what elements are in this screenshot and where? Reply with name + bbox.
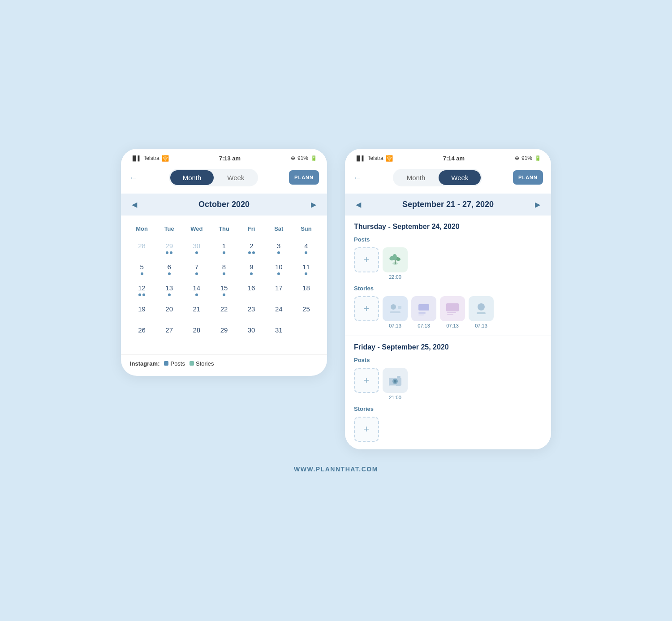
friday-stories-row: + [354, 417, 542, 442]
toggle-group-left: Month Week [169, 169, 258, 186]
week-tab-right[interactable]: Week [439, 170, 481, 185]
legend-left: Instagram: Posts Stories [121, 354, 327, 376]
day-28-oct[interactable]: 28 [183, 323, 210, 342]
day-19[interactable]: 19 [128, 302, 155, 321]
day-13[interactable]: 13 [155, 280, 183, 300]
day-29-oct[interactable]: 29 [210, 323, 237, 342]
thursday-stories-label: Stories [354, 285, 542, 292]
cal-prev-right[interactable]: ◀ [356, 200, 361, 209]
status-bar-left: ▐▌▌ Telstra 🛜 7:13 am ⊕ 91% 🔋 [121, 149, 327, 165]
friday-posts-label: Posts [354, 357, 542, 363]
plann-logo-right: PLANN [513, 170, 543, 185]
status-right-side: ⊕ 91% 🔋 [515, 155, 541, 161]
day-18[interactable]: 18 [293, 280, 320, 300]
cal-nav-right: ◀ September 21 - 27, 2020 ▶ [345, 194, 551, 216]
thursday-posts-label: Posts [354, 236, 542, 243]
carrier-right: Telstra [367, 155, 383, 161]
story-thumb-thu-2[interactable]: 07:13 [411, 296, 436, 328]
day-30-oct[interactable]: 30 [238, 323, 265, 342]
carrier-left: Telstra [143, 155, 159, 161]
back-arrow-right[interactable]: ← [353, 172, 362, 183]
cal-prev-left[interactable]: ◀ [132, 200, 137, 209]
status-right-carrier: ▐▌▌ Telstra 🛜 [355, 155, 393, 162]
phone-screen-right: ▐▌▌ Telstra 🛜 7:14 am ⊕ 91% 🔋 ← Month We… [345, 149, 551, 449]
back-arrow-left[interactable]: ← [129, 172, 138, 183]
instagram-label: Instagram: [130, 360, 159, 367]
footer-url: WWW.PLANNTHAT.COM [121, 466, 551, 473]
post-time-thu-1: 22:00 [389, 274, 401, 280]
cal-next-left[interactable]: ▶ [311, 200, 316, 209]
story-thumb-thu-1[interactable]: 07:13 [383, 296, 408, 328]
day-14[interactable]: 14 [183, 280, 210, 300]
day-5[interactable]: 5 [128, 259, 155, 279]
day-30-other[interactable]: 30 [183, 238, 210, 258]
time-right: 7:14 am [443, 155, 465, 162]
day-4[interactable]: 4 [293, 238, 320, 258]
day-15[interactable]: 15 [210, 280, 237, 300]
svg-rect-19 [477, 312, 486, 314]
post-thumb-fri-1[interactable]: 21:00 [383, 368, 408, 400]
svg-rect-16 [447, 314, 453, 315]
post-thumb-thu-1[interactable]: 22:00 [383, 247, 408, 280]
legend-posts: Posts [164, 360, 185, 367]
story-time-thu-2: 07:13 [418, 323, 430, 328]
story-time-thu-1: 07:13 [389, 323, 401, 328]
story-thumb-thu-3[interactable]: 07:13 [440, 296, 465, 328]
day-7[interactable]: 7 [183, 259, 210, 279]
add-story-fri[interactable]: + [354, 417, 379, 442]
battery-pct-left: 91% [297, 155, 308, 161]
status-bar-right: ▐▌▌ Telstra 🛜 7:14 am ⊕ 91% 🔋 [345, 149, 551, 165]
add-post-thu[interactable]: + [354, 247, 379, 272]
signal-icon: ▐▌▌ [131, 155, 141, 161]
month-tab-right[interactable]: Month [394, 170, 438, 185]
day-6[interactable]: 6 [155, 259, 183, 279]
add-post-fri[interactable]: + [354, 368, 379, 393]
day-24[interactable]: 24 [265, 302, 293, 321]
svg-rect-7 [390, 311, 401, 313]
col-wed: Wed [183, 223, 210, 235]
friday-stories-label: Stories [354, 405, 542, 412]
status-left: ▐▌▌ Telstra 🛜 [131, 155, 169, 162]
svg-rect-25 [390, 385, 396, 386]
day-2[interactable]: 2 [238, 238, 265, 258]
day-9[interactable]: 9 [238, 259, 265, 279]
day-12[interactable]: 12 [128, 280, 155, 300]
day-29-other[interactable]: 29 [155, 238, 183, 258]
day-21[interactable]: 21 [183, 302, 210, 321]
week-row-2: 5 6 7 8 9 [128, 259, 320, 279]
day-17[interactable]: 17 [265, 280, 293, 300]
legend-stories: Stories [190, 360, 214, 367]
cal-next-right[interactable]: ▶ [535, 200, 540, 209]
day-8[interactable]: 8 [210, 259, 237, 279]
day-11[interactable]: 11 [293, 259, 320, 279]
calendar-grid-left: Mon Tue Wed Thu Fri Sat Sun 28 29 [121, 216, 327, 354]
thursday-title: Thursday - September 24, 2020 [354, 223, 542, 231]
svg-point-6 [391, 304, 396, 310]
month-tab-left[interactable]: Month [170, 170, 214, 185]
screens-container: ▐▌▌ Telstra 🛜 7:13 am ⊕ 91% 🔋 ← Month We… [121, 149, 551, 449]
thursday-stories-row: + 07:13 [354, 296, 542, 328]
day-31-oct[interactable]: 31 [265, 323, 293, 342]
day-1[interactable]: 1 [210, 238, 237, 258]
day-27[interactable]: 27 [155, 323, 183, 342]
toggle-group-right: Month Week [393, 169, 482, 186]
thursday-posts-row: + 22:00 [354, 247, 542, 280]
day-10[interactable]: 10 [265, 259, 293, 279]
day-23[interactable]: 23 [238, 302, 265, 321]
svg-rect-12 [418, 315, 424, 315]
day-25[interactable]: 25 [293, 302, 320, 321]
week-tab-left[interactable]: Week [215, 170, 257, 185]
battery-pct-right: 91% [521, 155, 532, 161]
svg-point-18 [478, 303, 485, 310]
day-3[interactable]: 3 [265, 238, 293, 258]
day-22[interactable]: 22 [210, 302, 237, 321]
add-story-thu[interactable]: + [354, 296, 379, 321]
status-right-left: ⊕ 91% 🔋 [291, 155, 317, 161]
wifi-icon-right: 🛜 [386, 155, 393, 162]
cal-nav-left: ◀ October 2020 ▶ [121, 194, 327, 216]
day-28-other[interactable]: 28 [128, 238, 155, 258]
day-16[interactable]: 16 [238, 280, 265, 300]
day-20[interactable]: 20 [155, 302, 183, 321]
day-26[interactable]: 26 [128, 323, 155, 342]
story-thumb-thu-4[interactable]: 07:13 [469, 296, 494, 328]
